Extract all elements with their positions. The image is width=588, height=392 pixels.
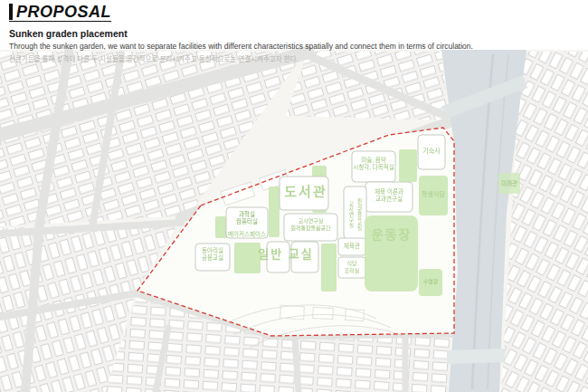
annex-block [498,173,520,194]
page-title-row: PROPOSAL [9,4,111,22]
classroom-box [291,242,318,272]
teacher-research-box [284,214,337,241]
bridge-south [447,349,505,364]
facility-block [321,244,337,292]
art-music-box [352,151,395,182]
science-box [226,207,268,238]
section-subtitle: Sunken graden placement [9,28,473,39]
playground-field [365,215,418,292]
description-english: Through the sunken garden, we want to se… [9,42,473,51]
proposal-board: PROPOSAL Sunken graden placement Through… [0,0,588,392]
header: PROPOSAL Sunken graden placement Through… [9,4,473,63]
club-box [195,244,230,271]
gym-box [338,238,365,255]
student-cafeteria-block [419,176,448,215]
description-korean: 선큰가든을 통해 성격이 다른 두 시설들을 공간적으로 분리시켜주고 동선적으… [9,53,473,63]
page-title: PROPOSAL [16,4,111,20]
kitchen-box [338,257,365,278]
dormitory-box [418,135,445,169]
title-bar-icon [9,4,13,20]
pool-block [419,269,442,296]
pe-research-box [365,182,413,212]
facility-block [269,186,280,237]
support-box [344,186,366,239]
library-box [280,177,328,210]
facility-block [234,243,261,273]
classroom-box [267,242,289,272]
facility-block [399,149,417,182]
